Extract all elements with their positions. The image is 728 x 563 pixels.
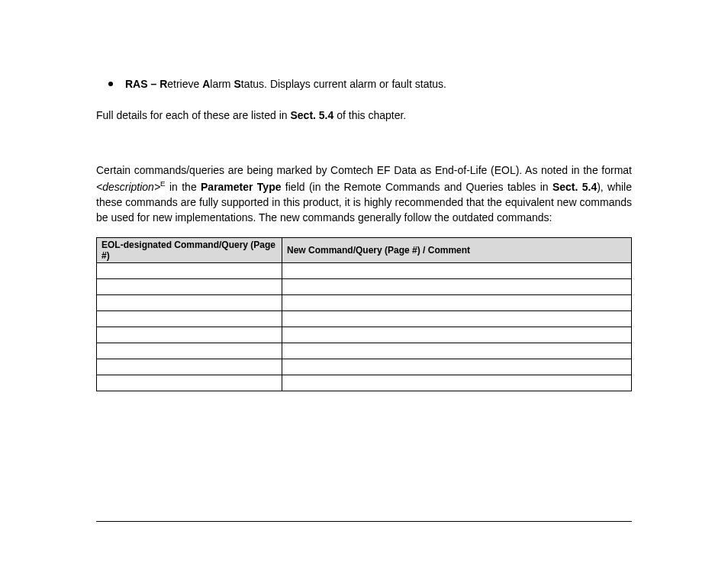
table-cell [97,311,282,327]
table-cell [97,343,282,359]
details-pre: Full details for each of these are liste… [96,109,290,121]
table-row [97,279,632,295]
table-row [97,311,632,327]
table-cell [97,295,282,311]
eol-p1: Certain commands/queries are being marke… [96,164,632,176]
table-cell [282,295,632,311]
table-cell [97,327,282,343]
table-cell [282,359,632,375]
table-row [97,375,632,391]
table-header-row: EOL-designated Command/Query (Page #) Ne… [97,238,632,263]
table-cell [282,327,632,343]
eol-bold2: Sect. 5.4 [552,180,597,192]
table-cell [97,359,282,375]
ras-lead: RAS – [125,78,159,90]
details-sect: Sect. 5.4 [290,109,333,121]
details-post: of this chapter. [333,109,406,121]
table-row [97,295,632,311]
ras-r: R [159,78,167,90]
table-row [97,327,632,343]
table-cell [97,375,282,391]
table-cell [282,311,632,327]
table-header-1: EOL-designated Command/Query (Page #) [97,238,282,263]
table-row [97,263,632,279]
bullet-item-ras: RAS – Retrieve Alarm Status. Displays cu… [108,76,632,92]
paragraph-eol: Certain commands/queries are being marke… [96,162,632,225]
table-cell [282,263,632,279]
table-header-2: New Command/Query (Page #) / Comment [282,238,632,263]
eol-p2: in the [166,180,201,192]
table-cell [97,263,282,279]
eol-desc: <description> [96,180,160,192]
table-row [97,359,632,375]
footer-divider [96,521,632,522]
table-row [97,343,632,359]
table-cell [282,279,632,295]
bullet-icon [108,82,113,86]
ras-s: S [234,78,240,90]
bullet-text: RAS – Retrieve Alarm Status. Displays cu… [125,76,632,92]
eol-bold1: Parameter Type [201,180,281,192]
table-cell [97,279,282,295]
spacer [96,135,632,162]
table-cell [282,343,632,359]
eol-p3: field (in the Remote Commands and Querie… [282,180,552,192]
ras-retrieve-tail: etrieve [167,78,202,90]
ras-alarm-tail: larm [210,78,234,90]
table-cell [282,375,632,391]
ras-status-tail: tatus. Displays current alarm or fault s… [241,78,446,90]
eol-table: EOL-designated Command/Query (Page #) Ne… [96,237,632,391]
paragraph-details: Full details for each of these are liste… [96,108,632,123]
page: RAS – Retrieve Alarm Status. Displays cu… [0,0,728,563]
ras-a: A [202,78,210,90]
